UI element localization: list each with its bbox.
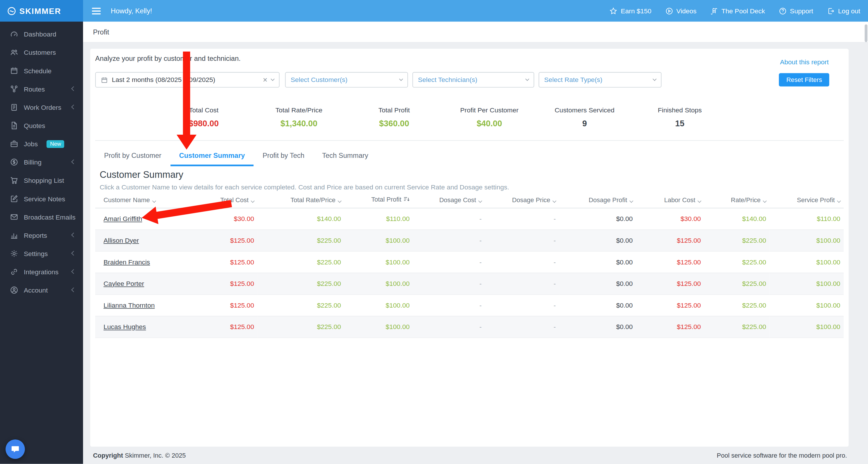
cell-dosage-cost: - — [413, 294, 485, 316]
cell-dosage-profit: $0.00 — [559, 272, 636, 294]
topbar-link-pool-deck[interactable]: The Pool Deck — [710, 7, 765, 15]
question-circle-icon — [779, 7, 787, 15]
cell-labor-cost: $125.00 — [636, 272, 704, 294]
col-service-profit[interactable]: Service Profit — [769, 192, 843, 208]
section-title: Customer Summary — [99, 169, 183, 180]
sidebar-item-settings[interactable]: Settings — [0, 244, 83, 263]
sort-desc-icon — [404, 196, 410, 204]
customer-summary-table: Customer Name Total Cost Total Rate/Pric… — [95, 192, 844, 338]
tab-profit-by-tech[interactable]: Profit by Tech — [254, 147, 313, 166]
col-total-profit[interactable]: Total Profit — [344, 192, 413, 208]
sidebar-item-billing[interactable]: Billing — [0, 153, 83, 171]
skimmer-logo[interactable]: SKIMMER — [0, 0, 83, 22]
scrollbar[interactable] — [865, 24, 868, 42]
cell-dosage-price: - — [485, 251, 559, 273]
customer-name-link[interactable]: Amari Griffith — [103, 214, 142, 223]
col-labor-cost[interactable]: Labor Cost — [636, 192, 704, 208]
col-customer-name[interactable]: Customer Name — [95, 192, 195, 208]
sidebar-item-label: Reports — [24, 231, 47, 239]
cell-service-profit: $110.00 — [769, 208, 843, 229]
sidebar-item-quotes[interactable]: Quotes — [0, 116, 83, 135]
skimmer-logo-icon — [7, 6, 16, 16]
customer-filter[interactable]: Select Customer(s) — [285, 72, 408, 88]
cell-total-profit: $100.00 — [344, 251, 413, 273]
customer-name-link[interactable]: Allison Dyer — [103, 236, 139, 244]
stat-value: 15 — [632, 118, 727, 128]
col-dosage-cost[interactable]: Dosage Cost — [413, 192, 485, 208]
cell-total-rate-price: $225.00 — [257, 316, 344, 338]
report-description: Analyze your profit by customer and tech… — [95, 55, 241, 63]
customer-name-link[interactable]: Caylee Porter — [103, 280, 144, 287]
footer-tagline: Pool service software for the modern poo… — [717, 452, 847, 459]
col-total-cost[interactable]: Total Cost — [195, 192, 257, 208]
cell-total-cost: $125.00 — [195, 316, 257, 338]
cell-service-profit: $100.00 — [769, 251, 843, 273]
customer-name-link[interactable]: Lilianna Thornton — [103, 301, 155, 309]
chevron-down-icon — [525, 77, 529, 81]
col-dosage-price[interactable]: Dosage Price — [485, 192, 559, 208]
cell-rate-price: $225.00 — [704, 251, 770, 273]
cell-total-profit: $100.00 — [344, 294, 413, 316]
tab-profit-by-customer[interactable]: Profit by Customer — [95, 147, 170, 166]
col-dosage-profit[interactable]: Dosage Profit — [559, 192, 636, 208]
stat-label: Customers Serviced — [537, 106, 632, 114]
new-badge: New — [46, 140, 64, 148]
about-report-link[interactable]: About this report — [780, 58, 829, 66]
divider — [95, 140, 844, 141]
customer-name-link[interactable]: Braiden Francis — [103, 258, 150, 266]
topbar-link-logout[interactable]: Log out — [827, 7, 860, 15]
date-range-filter[interactable]: Last 2 months (08/2025 – 09/2025) × — [95, 72, 279, 88]
sidebar-item-reports[interactable]: Reports — [0, 226, 83, 244]
topbar-link-earn[interactable]: Earn $150 — [610, 7, 651, 15]
tab-tech-summary[interactable]: Tech Summary — [313, 147, 377, 166]
cell-rate-price: $225.00 — [704, 316, 770, 338]
sidebar-item-service-notes[interactable]: Service Notes — [0, 190, 83, 208]
customer-filter-placeholder: Select Customer(s) — [290, 76, 396, 84]
sidebar-item-jobs[interactable]: Jobs New — [0, 135, 83, 153]
sidebar-item-dashboard[interactable]: Dashboard — [0, 25, 83, 43]
cell-total-rate-price: $225.00 — [257, 229, 344, 251]
topbar-link-support[interactable]: Support — [779, 7, 813, 15]
chat-widget-button[interactable] — [5, 439, 25, 459]
sidebar-item-account[interactable]: Account — [0, 281, 83, 299]
sidebar-item-customers[interactable]: Customers — [0, 43, 83, 61]
rate-type-filter[interactable]: Select Rate Type(s) — [539, 72, 662, 88]
hamburger-menu-icon[interactable] — [92, 7, 101, 14]
customer-name-link[interactable]: Lucas Hughes — [103, 323, 146, 330]
sidebar-item-label: Integrations — [24, 268, 58, 276]
col-total-rate-price[interactable]: Total Rate/Price — [257, 192, 344, 208]
topbar-link-videos[interactable]: Videos — [665, 7, 696, 15]
sidebar-item-integrations[interactable]: Integrations — [0, 263, 83, 281]
cell-service-profit: $100.00 — [769, 316, 843, 338]
cell-dosage-cost: - — [413, 229, 485, 251]
chevron-left-icon — [71, 233, 76, 237]
sidebar-item-shopping-list[interactable]: Shopping List — [0, 171, 83, 190]
cell-dosage-cost: - — [413, 316, 485, 338]
cell-total-profit: $100.00 — [344, 272, 413, 294]
cell-labor-cost: $125.00 — [636, 229, 704, 251]
settings-icon — [9, 249, 19, 258]
sidebar-item-label: Account — [24, 286, 48, 294]
clear-icon[interactable]: × — [263, 76, 267, 84]
cell-total-rate-price: $140.00 — [257, 208, 344, 229]
technician-filter[interactable]: Select Technician(s) — [412, 72, 534, 88]
col-rate-price[interactable]: Rate/Price — [704, 192, 770, 208]
sidebar-item-work-orders[interactable]: Work Orders — [0, 98, 83, 116]
broadcast-emails-icon — [9, 212, 19, 222]
sidebar-item-schedule[interactable]: Schedule — [0, 61, 83, 80]
report-tabs: Profit by Customer Customer Summary Prof… — [95, 147, 377, 166]
reset-filters-button[interactable]: Reset Filters — [779, 73, 829, 87]
sort-caret-icon — [629, 199, 633, 203]
sidebar-item-label: Jobs — [24, 140, 38, 148]
cell-total-cost: $125.00 — [195, 251, 257, 273]
sidebar-item-routes[interactable]: Routes — [0, 80, 83, 98]
cell-dosage-cost: - — [413, 251, 485, 273]
sort-caret-icon — [251, 199, 255, 203]
cell-dosage-profit: $0.00 — [559, 294, 636, 316]
sidebar-item-broadcast-emails[interactable]: Broadcast Emails — [0, 208, 83, 226]
stat-value: $1,340.00 — [251, 118, 347, 128]
schedule-icon — [9, 66, 19, 75]
rate-type-filter-placeholder: Select Rate Type(s) — [544, 76, 650, 84]
tab-customer-summary[interactable]: Customer Summary — [170, 147, 254, 166]
sort-caret-icon — [478, 199, 482, 203]
